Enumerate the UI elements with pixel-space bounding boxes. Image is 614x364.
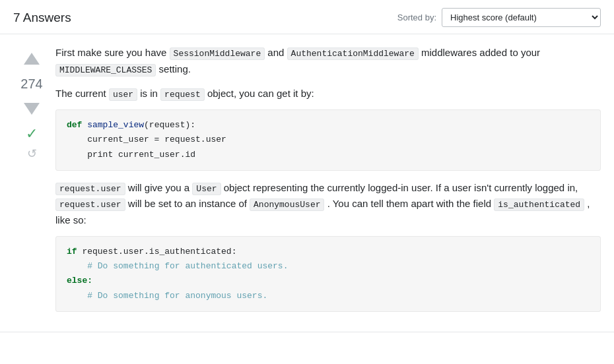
- p1-text-and: and: [265, 47, 287, 58]
- p1-text-before: First make sure you have: [55, 47, 170, 58]
- code-block-2: if request.user.is_authenticated: # Do s…: [55, 236, 601, 311]
- answers-count: 7 Answers: [13, 11, 71, 25]
- paragraph-3: request.user will give you a User object…: [55, 180, 601, 229]
- code-block-1: def sample_view(request): current_user =…: [55, 109, 601, 170]
- code-session-middleware: SessionMiddleware: [170, 47, 265, 60]
- code-user-inline: user: [109, 88, 137, 101]
- downvote-button[interactable]: [18, 95, 45, 121]
- code-anonymous-user: AnonymousUser: [250, 198, 324, 211]
- code-user-class: User: [192, 183, 221, 195]
- answer-item: 274 ✓ ↺ First make sure you have Session…: [0, 34, 614, 332]
- answer-body: First make sure you have SessionMiddlewa…: [50, 45, 601, 321]
- upvote-button[interactable]: [18, 46, 45, 73]
- code-is-authenticated: is_authenticated: [494, 198, 584, 211]
- paragraph-1: First make sure you have SessionMiddlewa…: [55, 45, 601, 78]
- sorted-by-label: Sorted by:: [397, 13, 436, 22]
- paragraph-2: The current user is in request object, y…: [55, 86, 601, 102]
- vote-column: 274 ✓ ↺: [13, 45, 50, 321]
- p1-text-end: setting.: [156, 63, 191, 75]
- code-request-user-1: request.user: [55, 183, 125, 195]
- code-auth-middleware: AuthenticationMiddleware: [287, 47, 419, 60]
- code-request-inline: request: [160, 88, 205, 101]
- p2-text-before: The current: [55, 88, 109, 99]
- code-request-user-2: request.user: [55, 198, 125, 211]
- p1-text-after: middlewares added to your: [419, 47, 540, 58]
- sort-select[interactable]: Highest score (default) Trending (recent…: [442, 8, 601, 27]
- accepted-checkmark-icon: ✓: [26, 127, 38, 141]
- history-icon[interactable]: ↺: [27, 146, 37, 161]
- p2-text-mid: is in: [137, 88, 160, 99]
- sort-bar: Sorted by: Highest score (default) Trend…: [397, 8, 601, 27]
- vote-count: 274: [20, 75, 42, 92]
- p2-text-end: object, you can get it by:: [205, 88, 314, 99]
- page-header: 7 Answers Sorted by: Highest score (defa…: [0, 0, 614, 34]
- code-middleware-classes: MIDDLEWARE_CLASSES: [55, 64, 156, 76]
